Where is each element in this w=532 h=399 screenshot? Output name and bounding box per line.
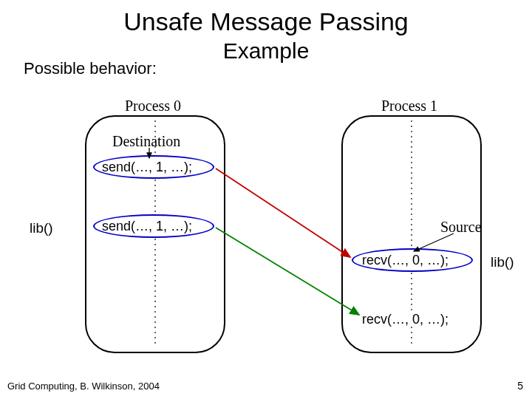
behavior-label: Possible behavior: [24,59,157,78]
source-label: Source [440,219,482,236]
send2-code: send(…, 1, …); [102,219,192,234]
recv2-code: recv(…, 0, …); [362,312,449,327]
process1-label: Process 1 [381,98,437,115]
slide-title: Unsafe Message Passing [0,7,532,36]
svg-line-8 [216,168,350,257]
send1-code: send(…, 1, …); [102,160,192,175]
svg-line-9 [216,228,359,315]
footer-citation: Grid Computing, B. Wilkinson, 2004 [7,381,160,392]
destination-label: Destination [112,133,180,150]
lib-right-label: lib() [491,254,514,270]
page-number: 5 [517,380,523,392]
lib-left-label: lib() [30,220,53,236]
recv1-code: recv(…, 0, …); [362,253,449,268]
process0-label: Process 0 [125,98,181,115]
